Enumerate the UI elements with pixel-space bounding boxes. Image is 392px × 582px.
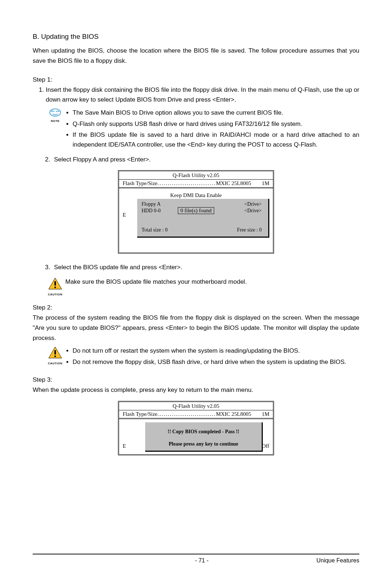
qflash-screen-1: Q-Flash Utility v2.05 Flash Type/Size ..…: [118, 170, 274, 254]
svg-point-2: [51, 110, 52, 111]
qflash-screen-2: Q-Flash Utility v2.05 Flash Type/Size ..…: [118, 401, 274, 455]
qflash1-body-line1: Keep DMI Data Enable: [119, 192, 273, 199]
note-icon: [49, 108, 61, 119]
step1-item2-num: 2.: [45, 155, 52, 164]
qflash1-flash-size: 1M: [251, 180, 269, 187]
svg-rect-7: [54, 350, 56, 354]
page-number: - 71 -: [195, 557, 208, 564]
note-bullet-1: The Save Main BIOS to Drive option allow…: [73, 108, 359, 118]
section-heading: B. Updating the BIOS: [33, 33, 359, 41]
intro-paragraph: When updating the BIOS, choose the locat…: [33, 46, 359, 66]
popup-total-size: Total size : 0: [142, 227, 168, 233]
qflash2-flash-model: MXIC 25L8005: [216, 411, 251, 417]
page-footer: - 71 - Unique Features: [33, 554, 359, 564]
qflash1-title: Q-Flash Utility v2.05: [119, 171, 273, 179]
step1-item3-num: 3.: [45, 262, 52, 272]
dots: ................................: [158, 411, 216, 417]
qflash2-flash-label: Flash Type/Size: [123, 411, 158, 417]
step1-item1-option: Update BIOS from Drive: [115, 96, 182, 103]
svg-point-1: [52, 109, 53, 110]
note-b1-pre: The: [73, 109, 85, 116]
caution1-text: Make sure the BIOS update file matches y…: [65, 277, 359, 287]
qflash1-drive-popup: Floppy A <Drive> HDD 0-0 <Drive> Total s…: [137, 199, 269, 238]
footer-section: Unique Features: [317, 557, 359, 564]
note-caption: NOTE: [51, 119, 60, 123]
qflash2-message-popup: !! Copy BIOS completed - Pass !! Please …: [145, 422, 263, 452]
step1-item2-pre: Select: [54, 156, 73, 163]
caution-block-1: CAUTION Make sure the BIOS update file m…: [45, 277, 359, 296]
popup-floppy-a: Floppy A: [142, 201, 161, 207]
step3-paragraph: When the update process is complete, pre…: [33, 385, 359, 395]
qflash2-left-e: E: [123, 443, 126, 449]
svg-rect-8: [54, 356, 56, 357]
caution-icon: [48, 277, 62, 292]
step1-item2-post: and press <Enter>.: [97, 156, 151, 163]
note-b1-post: option allows you to save the current BI…: [154, 109, 283, 116]
qflash1-flash-label: Flash Type/Size: [123, 180, 158, 187]
step1-item3: 3. Select the BIOS update file and press…: [45, 262, 359, 272]
step1-item1: Insert the floppy disk containing the BI…: [46, 85, 359, 104]
svg-rect-5: [54, 287, 56, 288]
step2-paragraph: The process of the system reading the BI…: [33, 313, 359, 343]
svg-rect-4: [54, 281, 56, 286]
step-3-label: Step 3:: [33, 376, 359, 384]
caution-icon: [48, 346, 62, 361]
popup-hdd: HDD 0-0: [142, 208, 161, 214]
qflash2-title: Q-Flash Utility v2.05: [119, 402, 273, 410]
caution2-bullet-1: Do not turn off or restart the system wh…: [73, 346, 359, 356]
caution-caption: CAUTION: [48, 293, 62, 296]
note-bullet-2: Q-Flash only supports USB flash drive or…: [73, 119, 359, 129]
step1-item2-option: Floppy A: [73, 156, 97, 163]
dots: ................................: [158, 180, 216, 187]
qflash2-popup-line1: !! Copy BIOS completed - Pass !!: [149, 429, 258, 435]
caution-block-2: CAUTION Do not turn off or restart the s…: [45, 346, 359, 368]
step1-item2: 2. Select Floppy A and press <Enter>.: [45, 155, 359, 164]
step1-item3-text: Select the BIOS update file and press <E…: [54, 264, 182, 271]
step1-item1-text-post: and press <Enter>.: [182, 96, 236, 103]
step-2-label: Step 2:: [33, 304, 359, 311]
popup-drive-2: <Drive>: [244, 208, 262, 214]
qflash1-left-e: E: [123, 212, 126, 218]
qflash1-flash-model: MXIC 25L8005: [216, 180, 251, 187]
qflash2-flash-size: 1M: [251, 411, 269, 417]
note-bullet-3: If the BIOS update file is saved to a ha…: [73, 130, 359, 149]
qflash1-files-found: 0 file(s) found: [178, 207, 214, 214]
note-block: NOTE The Save Main BIOS to Drive option …: [45, 108, 359, 151]
step-1-label: Step 1:: [33, 76, 359, 83]
note-b1-option: Save Main BIOS to Drive: [85, 109, 154, 116]
qflash2-popup-line2: Please press any key to continue: [149, 441, 258, 447]
caution2-bullet-2: Do not remove the floppy disk, USB flash…: [73, 357, 359, 367]
popup-free-size: Free size : 0: [237, 227, 262, 233]
popup-drive-1: <Drive>: [244, 201, 262, 207]
caution-caption: CAUTION: [48, 362, 62, 365]
